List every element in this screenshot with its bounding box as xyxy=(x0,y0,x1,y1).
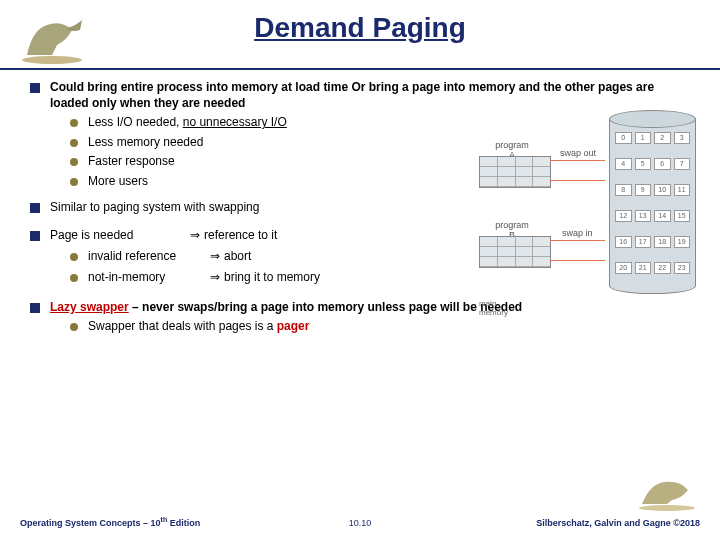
memory-block-a xyxy=(479,156,551,188)
disk-row: 20 21 22 23 xyxy=(615,262,690,274)
dot-bullet-icon xyxy=(70,253,78,261)
square-bullet-icon xyxy=(30,231,40,241)
dinosaur-logo-icon xyxy=(12,10,92,65)
dot-bullet-icon xyxy=(70,158,78,166)
disk-cell: 9 xyxy=(635,184,652,196)
disk-cell: 21 xyxy=(635,262,652,274)
disk-cell: 7 xyxy=(674,158,691,170)
dot-bullet-icon xyxy=(70,139,78,147)
disk-cell: 14 xyxy=(654,210,671,222)
sub-item-text: More users xyxy=(88,174,148,190)
b3-right-2: ⇒bring it to memory xyxy=(210,270,320,286)
b3-left-0: Page is needed xyxy=(50,228,190,243)
disk-cell: 2 xyxy=(654,132,671,144)
disk-cell: 10 xyxy=(654,184,671,196)
disk-cell: 5 xyxy=(635,158,652,170)
disk-cylinder: 0 1 2 3 4 5 6 7 8 9 10 11 xyxy=(609,110,694,300)
sub-item-text: Swapper that deals with pages is a pager xyxy=(88,319,309,335)
slide-title: Demand Paging xyxy=(0,0,720,44)
main-memory-label: main memory xyxy=(479,299,508,317)
disk-cell: 17 xyxy=(635,236,652,248)
bullet-1: Could bring entire process into memory a… xyxy=(30,80,698,111)
b3-right-1: ⇒abort xyxy=(210,249,251,265)
title-area: Demand Paging xyxy=(0,0,720,70)
disk-cell: 3 xyxy=(674,132,691,144)
sub-item-text: Less I/O needed, no unnecessary I/O xyxy=(88,115,287,131)
disk-cell: 6 xyxy=(654,158,671,170)
bullet-1-text: Could bring entire process into memory a… xyxy=(50,80,690,111)
svg-point-0 xyxy=(22,56,82,64)
disk-cell: 11 xyxy=(674,184,691,196)
disk-cell: 8 xyxy=(615,184,632,196)
footer: Operating System Concepts – 10th Edition… xyxy=(0,504,720,528)
disk-row: 8 9 10 11 xyxy=(615,184,690,196)
disk-cell: 22 xyxy=(654,262,671,274)
disk-row: 12 13 14 15 xyxy=(615,210,690,222)
square-bullet-icon xyxy=(30,83,40,93)
disk-row: 16 17 18 19 xyxy=(615,236,690,248)
disk-cell: 13 xyxy=(635,210,652,222)
disk-cell: 20 xyxy=(615,262,632,274)
dot-bullet-icon xyxy=(70,178,78,186)
disk-cell: 19 xyxy=(674,236,691,248)
square-bullet-icon xyxy=(30,203,40,213)
swap-diagram: program A program B main memory swap out… xyxy=(474,110,694,315)
footer-page-number: 10.10 xyxy=(349,518,372,528)
sub-item-text: Faster response xyxy=(88,154,175,170)
sub-item: Swapper that deals with pages is a pager xyxy=(70,319,698,335)
footer-copyright: Silberschatz, Galvin and Gagne ©2018 xyxy=(536,518,700,528)
disk-cell: 12 xyxy=(615,210,632,222)
swap-in-line xyxy=(550,260,605,261)
dot-bullet-icon xyxy=(70,274,78,282)
disk-row: 4 5 6 7 xyxy=(615,158,690,170)
bullet-4-sublist: Swapper that deals with pages is a pager xyxy=(70,319,698,335)
disk-cell: 15 xyxy=(674,210,691,222)
bullet-2-text: Similar to paging system with swapping xyxy=(50,200,259,214)
sub-item-text: Less memory needed xyxy=(88,135,203,151)
swap-out-line xyxy=(550,180,605,181)
disk-cell: 0 xyxy=(615,132,632,144)
disk-row: 0 1 2 3 xyxy=(615,132,690,144)
b3-left-1: invalid reference xyxy=(88,249,210,265)
bullet-3-body: Page is needed ⇒reference to it xyxy=(50,228,277,245)
disk-cell: 18 xyxy=(654,236,671,248)
swap-in-line xyxy=(550,240,605,241)
swap-out-line xyxy=(550,160,605,161)
dot-bullet-icon xyxy=(70,119,78,127)
swap-out-label: swap out xyxy=(560,148,596,158)
disk-cell: 1 xyxy=(635,132,652,144)
square-bullet-icon xyxy=(30,303,40,313)
disk-cell: 23 xyxy=(674,262,691,274)
b3-left-2: not-in-memory xyxy=(88,270,210,286)
memory-block-b xyxy=(479,236,551,268)
dot-bullet-icon xyxy=(70,323,78,331)
disk-cell: 4 xyxy=(615,158,632,170)
disk-cell: 16 xyxy=(615,236,632,248)
b3-right-0: ⇒reference to it xyxy=(190,228,277,243)
footer-left: Operating System Concepts – 10th Edition xyxy=(20,516,200,528)
swap-in-label: swap in xyxy=(562,228,593,238)
bullet-4-text: Lazy swapper – never swaps/bring a page … xyxy=(50,300,522,316)
